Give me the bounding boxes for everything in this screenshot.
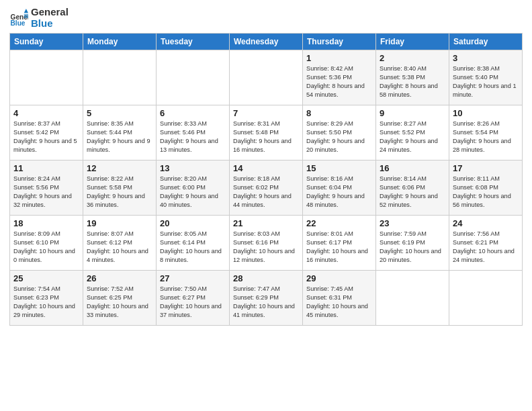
- svg-marker-3: [24, 13, 28, 17]
- weekday-header-saturday: Saturday: [449, 34, 523, 50]
- weekday-header-monday: Monday: [83, 34, 157, 50]
- day-info: Sunrise: 7:56 AM Sunset: 6:21 PM Dayligh…: [453, 230, 519, 265]
- logo-general: General: [31, 7, 69, 18]
- week-row-1: 1Sunrise: 8:42 AM Sunset: 5:36 PM Daylig…: [10, 50, 523, 105]
- page-header: General Blue General Blue: [9, 7, 523, 29]
- day-info: Sunrise: 8:09 AM Sunset: 6:10 PM Dayligh…: [13, 230, 79, 265]
- calendar-cell: 11Sunrise: 8:24 AM Sunset: 5:56 PM Dayli…: [10, 161, 83, 216]
- day-number: 6: [160, 108, 226, 118]
- calendar-table: SundayMondayTuesdayWednesdayThursdayFrid…: [9, 33, 523, 326]
- day-number: 15: [306, 163, 372, 173]
- day-number: 5: [87, 108, 152, 118]
- calendar-cell: 24Sunrise: 7:56 AM Sunset: 6:21 PM Dayli…: [449, 216, 523, 271]
- calendar-cell: 21Sunrise: 8:03 AM Sunset: 6:16 PM Dayli…: [230, 216, 303, 271]
- day-number: 27: [160, 273, 226, 283]
- day-info: Sunrise: 8:24 AM Sunset: 5:56 PM Dayligh…: [13, 175, 79, 210]
- day-info: Sunrise: 8:35 AM Sunset: 5:44 PM Dayligh…: [87, 120, 152, 154]
- calendar-cell: 14Sunrise: 8:18 AM Sunset: 6:02 PM Dayli…: [230, 161, 303, 216]
- day-number: 18: [13, 218, 79, 228]
- day-info: Sunrise: 8:20 AM Sunset: 6:00 PM Dayligh…: [160, 175, 226, 210]
- calendar-cell: 19Sunrise: 8:07 AM Sunset: 6:12 PM Dayli…: [83, 216, 157, 271]
- calendar-cell: 22Sunrise: 8:01 AM Sunset: 6:17 PM Dayli…: [303, 216, 376, 271]
- calendar-cell: 4Sunrise: 8:37 AM Sunset: 5:42 PM Daylig…: [10, 105, 83, 161]
- calendar-cell: [83, 50, 157, 105]
- calendar-cell: 27Sunrise: 7:50 AM Sunset: 6:27 PM Dayli…: [157, 271, 230, 326]
- weekday-header-friday: Friday: [376, 34, 449, 50]
- day-info: Sunrise: 8:11 AM Sunset: 6:08 PM Dayligh…: [453, 175, 519, 210]
- svg-text:Blue: Blue: [11, 19, 26, 26]
- weekday-header-wednesday: Wednesday: [230, 34, 303, 50]
- day-number: 22: [306, 218, 372, 228]
- calendar-cell: 9Sunrise: 8:27 AM Sunset: 5:52 PM Daylig…: [376, 105, 449, 161]
- calendar-cell: 6Sunrise: 8:33 AM Sunset: 5:46 PM Daylig…: [157, 105, 230, 161]
- calendar-cell: 13Sunrise: 8:20 AM Sunset: 6:00 PM Dayli…: [157, 161, 230, 216]
- calendar-cell: [230, 50, 303, 105]
- calendar-cell: 8Sunrise: 8:29 AM Sunset: 5:50 PM Daylig…: [303, 105, 376, 161]
- svg-marker-2: [24, 9, 28, 13]
- day-number: 28: [233, 273, 299, 283]
- day-number: 11: [13, 163, 79, 173]
- day-number: 20: [160, 218, 226, 228]
- day-number: 24: [453, 218, 519, 228]
- week-row-4: 18Sunrise: 8:09 AM Sunset: 6:10 PM Dayli…: [10, 216, 523, 271]
- day-number: 16: [380, 163, 445, 173]
- day-info: Sunrise: 8:33 AM Sunset: 5:46 PM Dayligh…: [160, 120, 226, 154]
- day-number: 17: [453, 163, 519, 173]
- weekday-header-sunday: Sunday: [10, 34, 83, 50]
- calendar-cell: 26Sunrise: 7:52 AM Sunset: 6:25 PM Dayli…: [83, 271, 157, 326]
- day-info: Sunrise: 8:14 AM Sunset: 6:06 PM Dayligh…: [380, 175, 445, 210]
- week-row-3: 11Sunrise: 8:24 AM Sunset: 5:56 PM Dayli…: [10, 161, 523, 216]
- day-number: 26: [87, 273, 152, 283]
- day-number: 4: [13, 108, 79, 118]
- day-info: Sunrise: 8:16 AM Sunset: 6:04 PM Dayligh…: [306, 175, 372, 210]
- calendar-cell: 1Sunrise: 8:42 AM Sunset: 5:36 PM Daylig…: [303, 50, 376, 105]
- calendar-cell: 5Sunrise: 8:35 AM Sunset: 5:44 PM Daylig…: [83, 105, 157, 161]
- calendar-cell: 20Sunrise: 8:05 AM Sunset: 6:14 PM Dayli…: [157, 216, 230, 271]
- calendar-cell: [157, 50, 230, 105]
- weekday-header-tuesday: Tuesday: [157, 34, 230, 50]
- calendar-cell: 29Sunrise: 7:45 AM Sunset: 6:31 PM Dayli…: [303, 271, 376, 326]
- day-info: Sunrise: 8:26 AM Sunset: 5:54 PM Dayligh…: [453, 120, 519, 154]
- calendar-cell: 17Sunrise: 8:11 AM Sunset: 6:08 PM Dayli…: [449, 161, 523, 216]
- day-info: Sunrise: 8:31 AM Sunset: 5:48 PM Dayligh…: [233, 120, 299, 154]
- day-number: 21: [233, 218, 299, 228]
- day-number: 13: [160, 163, 226, 173]
- day-number: 29: [306, 273, 372, 283]
- day-number: 14: [233, 163, 299, 173]
- day-info: Sunrise: 7:54 AM Sunset: 6:23 PM Dayligh…: [13, 285, 79, 320]
- week-row-5: 25Sunrise: 7:54 AM Sunset: 6:23 PM Dayli…: [10, 271, 523, 326]
- calendar-cell: 28Sunrise: 7:47 AM Sunset: 6:29 PM Dayli…: [230, 271, 303, 326]
- day-info: Sunrise: 7:52 AM Sunset: 6:25 PM Dayligh…: [87, 285, 152, 320]
- day-info: Sunrise: 7:45 AM Sunset: 6:31 PM Dayligh…: [306, 285, 372, 320]
- day-info: Sunrise: 8:38 AM Sunset: 5:40 PM Dayligh…: [453, 64, 519, 99]
- calendar-cell: [376, 271, 449, 326]
- day-number: 9: [380, 108, 445, 118]
- calendar-cell: 2Sunrise: 8:40 AM Sunset: 5:38 PM Daylig…: [376, 50, 449, 105]
- day-number: 1: [306, 53, 372, 63]
- day-info: Sunrise: 8:29 AM Sunset: 5:50 PM Dayligh…: [306, 120, 372, 154]
- day-number: 25: [13, 273, 79, 283]
- calendar-cell: 23Sunrise: 7:59 AM Sunset: 6:19 PM Dayli…: [376, 216, 449, 271]
- weekday-header-thursday: Thursday: [303, 34, 376, 50]
- day-number: 12: [87, 163, 152, 173]
- calendar-cell: 18Sunrise: 8:09 AM Sunset: 6:10 PM Dayli…: [10, 216, 83, 271]
- day-info: Sunrise: 8:22 AM Sunset: 5:58 PM Dayligh…: [87, 175, 152, 210]
- weekday-header-row: SundayMondayTuesdayWednesdayThursdayFrid…: [10, 34, 523, 50]
- day-info: Sunrise: 7:50 AM Sunset: 6:27 PM Dayligh…: [160, 285, 226, 320]
- day-info: Sunrise: 8:42 AM Sunset: 5:36 PM Dayligh…: [306, 64, 372, 99]
- week-row-2: 4Sunrise: 8:37 AM Sunset: 5:42 PM Daylig…: [10, 105, 523, 161]
- day-number: 23: [380, 218, 445, 228]
- calendar-cell: 15Sunrise: 8:16 AM Sunset: 6:04 PM Dayli…: [303, 161, 376, 216]
- logo-blue: Blue: [31, 18, 69, 30]
- day-number: 19: [87, 218, 152, 228]
- day-number: 8: [306, 108, 372, 118]
- day-info: Sunrise: 8:27 AM Sunset: 5:52 PM Dayligh…: [380, 120, 445, 154]
- calendar-cell: 7Sunrise: 8:31 AM Sunset: 5:48 PM Daylig…: [230, 105, 303, 161]
- calendar-cell: [10, 50, 83, 105]
- calendar-cell: 3Sunrise: 8:38 AM Sunset: 5:40 PM Daylig…: [449, 50, 523, 105]
- day-info: Sunrise: 8:07 AM Sunset: 6:12 PM Dayligh…: [87, 230, 152, 265]
- day-info: Sunrise: 8:05 AM Sunset: 6:14 PM Dayligh…: [160, 230, 226, 265]
- day-number: 7: [233, 108, 299, 118]
- day-info: Sunrise: 8:37 AM Sunset: 5:42 PM Dayligh…: [13, 120, 79, 154]
- day-info: Sunrise: 8:03 AM Sunset: 6:16 PM Dayligh…: [233, 230, 299, 265]
